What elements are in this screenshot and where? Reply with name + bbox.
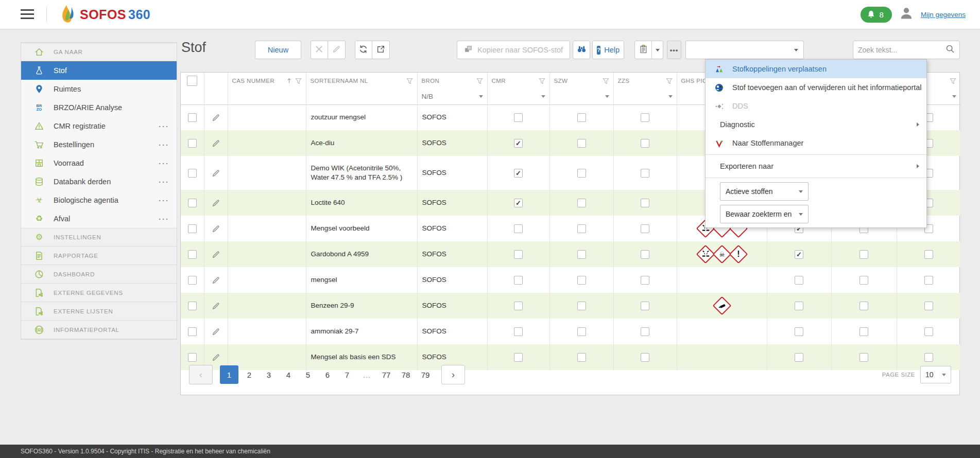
zzs-checkbox[interactable] (641, 327, 649, 336)
row-select-checkbox[interactable] (188, 139, 197, 148)
zzs-checkbox[interactable] (641, 250, 649, 259)
szw-checkbox[interactable] (577, 199, 586, 207)
export-grid-button[interactable] (372, 41, 390, 59)
sidebar-item-ga-naar[interactable]: GA NAAR (21, 43, 177, 61)
item-options-icon[interactable]: ··· (159, 196, 169, 205)
szw-checkbox[interactable] (577, 250, 586, 259)
sidebar-item-instellingen[interactable]: ⚙INSTELLINGEN (21, 228, 177, 246)
szw-checkbox[interactable] (577, 302, 586, 310)
column-header-naam[interactable]: SORTEERNAAM NL (306, 73, 417, 89)
flag1-checkbox[interactable]: ✓ (795, 250, 803, 259)
flag2-checkbox[interactable] (859, 276, 868, 285)
cmr-checkbox[interactable] (514, 113, 523, 122)
page-ellipsis[interactable]: … (358, 365, 375, 384)
edit-row-icon[interactable] (204, 224, 228, 233)
sidebar-item-biologische-agentia[interactable]: ☣Biologische agentia··· (21, 191, 177, 209)
filter-icon[interactable] (539, 78, 545, 84)
sidebar-item-voorraad[interactable]: Voorraad··· (21, 154, 177, 172)
flag1-checkbox[interactable] (795, 302, 803, 310)
column-header-cmr[interactable]: CMR (487, 73, 549, 89)
szw-checkbox[interactable] (577, 276, 586, 285)
new-button[interactable]: Nieuw (255, 41, 301, 59)
table-row[interactable]: ammoniak 29-7SOFOS (181, 319, 960, 344)
zzs-checkbox[interactable] (641, 139, 649, 148)
sidebar-item-dashboard[interactable]: DASHBOARD (21, 265, 177, 284)
copy-to-sofos-button[interactable]: Kopieer naar SOFOS-stof (457, 41, 570, 59)
refresh-button[interactable] (355, 41, 372, 59)
filter-icon[interactable] (666, 78, 673, 84)
filter-icon[interactable] (476, 78, 483, 84)
help-button[interactable]: ? Help (592, 41, 624, 59)
menu-item-stof-toevoegen-aan-of-verwijderen-uit-het-informatieportal[interactable]: Stof toevoegen aan of verwijderen uit he… (706, 78, 926, 97)
page-number-5[interactable]: 5 (299, 365, 317, 384)
search-icon[interactable] (945, 44, 955, 56)
item-options-icon[interactable]: ··· (159, 215, 169, 223)
page-number-3[interactable]: 3 (260, 365, 278, 384)
edit-row-icon[interactable] (204, 302, 228, 310)
menu-select-actieve-stoffen[interactable]: Actieve stoffen (720, 182, 809, 201)
zzs-checkbox[interactable] (641, 199, 649, 207)
notifications-button[interactable]: 8 (861, 7, 892, 23)
szw-checkbox[interactable] (577, 113, 586, 122)
hamburger-menu-icon[interactable] (21, 9, 34, 20)
menu-select-bewaar-zoekterm-en[interactable]: Bewaar zoekterm en (720, 205, 809, 223)
filter-icon[interactable] (950, 78, 956, 84)
advanced-search-button[interactable] (573, 41, 590, 59)
sidebar-item-afval[interactable]: ♻Afval··· (21, 209, 177, 228)
edit-row-icon[interactable] (204, 139, 228, 148)
flag3-checkbox[interactable] (924, 276, 933, 285)
sidebar-item-databank-derden[interactable]: Databank derden··· (21, 172, 177, 191)
more-actions-button[interactable]: ••• (667, 41, 681, 59)
edit-button[interactable] (328, 41, 346, 59)
item-options-icon[interactable]: ··· (159, 140, 169, 149)
page-number-79[interactable]: 79 (417, 365, 434, 384)
sidebar-item-externe-lijsten[interactable]: EXTERNE LIJSTEN (21, 302, 177, 321)
page-number-78[interactable]: 78 (397, 365, 415, 384)
my-data-link[interactable]: Mijn gegevens (921, 11, 966, 19)
cmr-checkbox[interactable] (514, 302, 523, 310)
zzs-checkbox[interactable] (641, 113, 649, 122)
cmr-checkbox[interactable]: ✓ (514, 139, 523, 148)
sidebar-item-brzo-arie-analyse[interactable]: BRZOBRZO/ARIE Analyse (21, 98, 177, 117)
flag1-checkbox[interactable] (795, 276, 803, 285)
column-header-cas[interactable]: CAS NUMMER (228, 73, 306, 89)
edit-row-icon[interactable] (204, 199, 228, 207)
edit-row-icon[interactable] (204, 250, 228, 259)
zzs-checkbox[interactable] (641, 302, 649, 310)
menu-item-diagnostic[interactable]: Diagnostic (706, 115, 926, 134)
szw-checkbox[interactable] (577, 139, 586, 148)
previous-page-button[interactable]: ‹ (189, 365, 213, 384)
zzs-checkbox[interactable] (641, 169, 649, 178)
zzs-checkbox[interactable] (641, 276, 649, 285)
column-header-zzs[interactable]: ZZS (613, 73, 677, 89)
menu-item-naar-stoffenmanager[interactable]: Naar Stoffenmanager (706, 134, 926, 152)
row-select-checkbox[interactable] (188, 276, 197, 285)
cmr-checkbox[interactable] (514, 224, 523, 233)
szw-checkbox[interactable] (577, 327, 586, 336)
page-number-2[interactable]: 2 (240, 365, 258, 384)
edit-row-icon[interactable] (204, 276, 228, 285)
sidebar-item-cmr-registratie[interactable]: CMR registratie··· (21, 117, 177, 135)
sort-asc-icon[interactable] (287, 78, 291, 84)
edit-row-icon[interactable] (204, 169, 228, 178)
filter-select-cmr[interactable] (488, 95, 549, 98)
filter-icon[interactable] (295, 78, 302, 84)
row-select-checkbox[interactable] (188, 327, 197, 336)
row-select-checkbox[interactable] (188, 250, 197, 259)
column-header-szw[interactable]: SZW (549, 73, 613, 89)
flag3-checkbox[interactable] (924, 302, 933, 310)
sidebar-item-rapportage[interactable]: RAPPORTAGE (21, 246, 177, 265)
page-number-6[interactable]: 6 (319, 365, 336, 384)
report-button[interactable] (634, 41, 652, 59)
menu-item-dds[interactable]: DDS (706, 97, 926, 115)
filter-select-zzs[interactable] (614, 95, 677, 98)
flag3-checkbox[interactable] (924, 250, 933, 259)
row-select-checkbox[interactable] (188, 199, 197, 207)
edit-row-icon[interactable] (204, 113, 228, 122)
page-size-select[interactable]: 10 (920, 366, 951, 383)
sidebar-item-bestellingen[interactable]: Bestellingen··· (21, 135, 177, 154)
filter-icon[interactable] (603, 78, 609, 84)
select-all-checkbox[interactable] (187, 76, 197, 86)
edit-row-icon[interactable] (204, 327, 228, 336)
page-number-1[interactable]: 1 (220, 365, 238, 384)
